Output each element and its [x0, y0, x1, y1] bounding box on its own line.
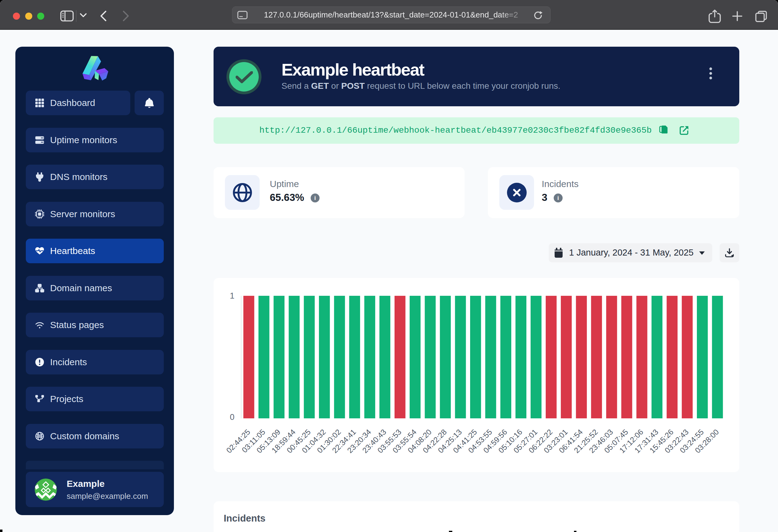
svg-text:1: 1 [230, 291, 234, 300]
svg-text:0: 0 [230, 413, 234, 422]
